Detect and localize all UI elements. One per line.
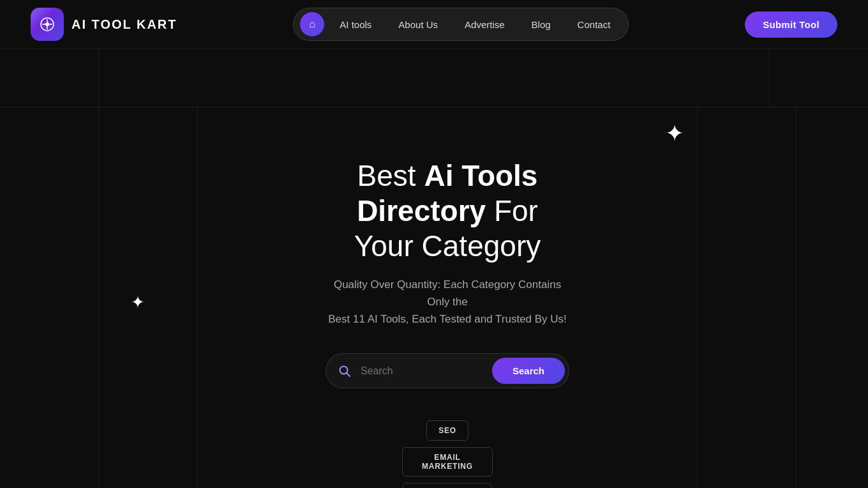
- nav-link-about[interactable]: About Us: [387, 14, 449, 35]
- hero-subtitle: Quality Over Quantity: Each Category Con…: [326, 276, 569, 328]
- border-inner-right: [697, 107, 796, 488]
- border-row-top: [0, 49, 868, 107]
- hero-title-prefix: Best: [357, 159, 424, 192]
- tag-dropshipping[interactable]: DROPSHIPPING: [403, 483, 492, 488]
- tag-email-marketing[interactable]: EMAIL MARKETING: [402, 447, 493, 477]
- submit-tool-button[interactable]: Submit Tool: [745, 11, 837, 38]
- svg-point-1: [45, 22, 49, 26]
- nav-pill: ⌂ AI tools About Us Advertise Blog Conta…: [293, 8, 629, 41]
- border-center-top: [99, 49, 769, 107]
- border-far-left: [0, 107, 99, 488]
- border-side-right-top: [769, 49, 868, 107]
- nav-link-blog[interactable]: Blog: [520, 14, 562, 35]
- nav-link-advertise[interactable]: Advertise: [453, 14, 516, 35]
- search-button[interactable]: Search: [492, 358, 565, 384]
- tag-seo[interactable]: SEO: [426, 420, 468, 441]
- nav-link-contact[interactable]: Contact: [566, 14, 622, 35]
- nav-link-ai-tools[interactable]: AI tools: [328, 14, 383, 35]
- border-inner-left: ✦: [99, 107, 198, 488]
- sparkle-left: ✦: [131, 293, 145, 312]
- search-icon: [326, 356, 361, 386]
- hero-border-section: ✦ ✦ Best Ai Tools Directory For Your Cat…: [0, 107, 868, 488]
- logo-area: AI TOOL KART: [31, 8, 177, 41]
- border-side-left: [0, 49, 99, 107]
- logo-icon: [31, 8, 64, 41]
- hero-section: Best Ai Tools Directory For Your Categor…: [198, 107, 697, 488]
- search-bar: Search: [326, 353, 569, 388]
- home-button[interactable]: ⌂: [300, 12, 324, 36]
- logo-text: AI TOOL KART: [71, 17, 177, 32]
- tags-section: SEO EMAIL MARKETING DROPSHIPPING IMAGE G…: [326, 420, 569, 488]
- hero-main: ✦ Best Ai Tools Directory For Your Categ…: [198, 107, 697, 488]
- border-far-right: [796, 107, 868, 488]
- hero-title: Best Ai Tools Directory For Your Categor…: [326, 158, 569, 264]
- search-input[interactable]: [361, 355, 488, 387]
- navbar: AI TOOL KART ⌂ AI tools About Us Adverti…: [0, 0, 868, 49]
